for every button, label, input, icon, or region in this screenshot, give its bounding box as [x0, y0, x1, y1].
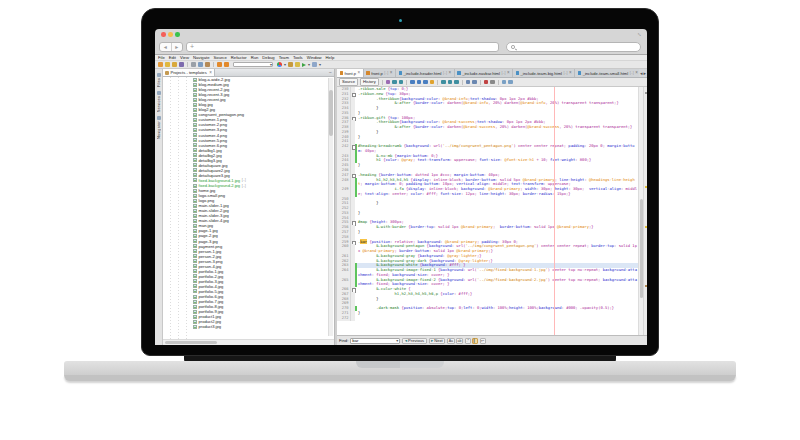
close-icon[interactable]: × — [209, 71, 212, 75]
regex-toggle[interactable]: .* — [465, 338, 471, 344]
fold-marker[interactable] — [351, 278, 355, 288]
tab-_include-header.html[interactable]: _include-header.html[..]× — [396, 69, 455, 77]
chevron-down-icon[interactable]: ▾ — [308, 62, 310, 67]
find-next-icon[interactable] — [423, 80, 428, 85]
tab-front.p[interactable]: front.p× — [337, 69, 364, 77]
tree-item-product3.jpg[interactable]: product3.jpg — [163, 324, 334, 329]
tab-projects[interactable]: Projects - templates × — [163, 69, 215, 76]
fold-marker[interactable] — [351, 144, 355, 154]
macro-start-icon[interactable] — [484, 80, 489, 85]
save-all-icon[interactable] — [179, 62, 184, 67]
fold-marker[interactable] — [351, 187, 355, 197]
scrollbar-thumb[interactable] — [165, 341, 217, 344]
previous-bookmark-icon[interactable] — [441, 80, 446, 85]
chevron-down-icon[interactable]: ▾ — [319, 62, 321, 67]
find-next-button[interactable]: ▸ Next — [429, 338, 446, 344]
chrome-browser-icon[interactable] — [277, 62, 282, 67]
menu-item-source[interactable]: Source — [214, 55, 227, 60]
scroll-tabs-right-icon[interactable]: ▸ — [643, 70, 646, 76]
menu-item-file[interactable]: File — [158, 55, 165, 60]
toggle-bookmark-icon[interactable] — [454, 80, 459, 85]
chevron-down-icon[interactable]: ▾ — [284, 62, 286, 67]
fold-marker[interactable] — [351, 268, 355, 278]
find-previous-icon[interactable] — [417, 80, 422, 85]
forward-icon[interactable] — [399, 80, 404, 85]
tab-_include-team-small.html[interactable]: _include-team-small.html[..]× — [575, 69, 641, 77]
profile-icon[interactable] — [312, 62, 317, 67]
close-icon[interactable]: × — [635, 71, 638, 75]
whole-words-toggle[interactable]: ab — [456, 338, 463, 344]
close-icon[interactable]: × — [569, 71, 572, 75]
address-bar[interactable]: + — [186, 42, 499, 52]
cut-icon[interactable] — [191, 62, 196, 67]
menu-item-help[interactable]: Help — [326, 55, 335, 60]
search-input[interactable] — [506, 42, 641, 52]
macro-stop-icon[interactable] — [490, 80, 495, 85]
tree-vertical-scrollbar[interactable] — [328, 78, 333, 336]
code-line-272[interactable]: 272 — [337, 316, 647, 321]
fold-marker[interactable] — [351, 244, 355, 254]
shift-right-icon[interactable] — [472, 80, 477, 85]
toolbar-combobox[interactable]: ▾ — [233, 62, 273, 68]
forward-icon[interactable]: ▸ — [172, 43, 183, 51]
paste-icon[interactable] — [205, 62, 210, 67]
dock-item-services[interactable]: Services — [155, 89, 162, 112]
fold-marker[interactable] — [351, 178, 355, 188]
plus-icon[interactable]: + — [190, 43, 194, 51]
highlight-results-toggle[interactable]: ▎ — [472, 338, 478, 344]
new-project-icon[interactable] — [165, 62, 170, 67]
close-window-button[interactable] — [161, 32, 166, 37]
new-file-icon[interactable] — [158, 62, 163, 67]
tab-_include-team-big.html[interactable]: _include-team-big.html[..]× — [513, 69, 575, 77]
clean-build-icon[interactable] — [295, 62, 300, 67]
close-icon[interactable]: × — [390, 71, 393, 75]
find-previous-button[interactable]: ◂ Previous — [402, 338, 426, 344]
menu-item-view[interactable]: View — [180, 55, 189, 60]
close-icon[interactable]: × — [449, 71, 452, 75]
last-edit-icon[interactable] — [386, 80, 391, 85]
minimize-panel-button[interactable]: − — [329, 69, 334, 76]
highlight-icon[interactable] — [430, 80, 435, 85]
menu-item-refactor[interactable]: Refactor — [231, 55, 247, 60]
next-bookmark-icon[interactable] — [448, 80, 453, 85]
find-selection-icon[interactable] — [410, 80, 415, 85]
back-icon[interactable]: ◂ — [160, 43, 172, 51]
scroll-tabs-left-icon[interactable]: ◂ — [640, 70, 643, 76]
match-case-toggle[interactable]: Aa — [447, 338, 454, 344]
redo-icon[interactable] — [224, 62, 229, 67]
close-icon[interactable]: × — [507, 71, 510, 75]
code-editor[interactable]: 230.ribbon.sale {top: 0;}231.ribbon.new … — [337, 87, 647, 335]
source-view-button[interactable]: Source — [339, 78, 358, 86]
zoom-window-button[interactable] — [175, 32, 180, 37]
chevron-down-icon[interactable]: ▾ — [396, 339, 398, 343]
error-stripe[interactable] — [643, 87, 647, 335]
scrollbar-thumb[interactable] — [329, 90, 333, 136]
tab-_include-navbar.html[interactable]: _include-navbar.html[..]× — [455, 69, 513, 77]
back-forward-buttons[interactable]: ◂ ▸ — [159, 42, 183, 52]
close-icon[interactable]: × — [358, 71, 361, 75]
menu-item-navigate[interactable]: Navigate — [193, 55, 210, 60]
open-project-icon[interactable] — [172, 62, 177, 67]
menu-item-run[interactable]: Run — [251, 55, 259, 60]
run-icon[interactable] — [302, 63, 306, 67]
minimize-window-button[interactable] — [168, 32, 173, 37]
history-view-button[interactable]: History — [360, 78, 379, 86]
wrap-around-toggle[interactable]: ↩ — [480, 338, 486, 344]
menu-item-debug[interactable]: Debug — [262, 55, 274, 60]
find-input[interactable]: bar ▾ — [350, 338, 400, 344]
back-icon[interactable] — [392, 80, 397, 85]
menu-item-window[interactable]: Window — [307, 55, 322, 60]
fold-marker[interactable] — [351, 316, 355, 321]
undo-icon[interactable] — [217, 62, 222, 67]
menu-item-edit[interactable]: Edit — [169, 55, 176, 60]
comment-icon[interactable] — [502, 80, 507, 85]
menu-item-team[interactable]: Team — [279, 55, 289, 60]
menu-item-tools[interactable]: Tools — [293, 55, 303, 60]
code-line-249[interactable]: 249 i.fa {display: inline-block; backgro… — [337, 187, 647, 197]
dock-item-navigator[interactable]: Navigator — [155, 114, 162, 139]
uncomment-icon[interactable] — [508, 80, 513, 85]
resize-icon[interactable]: ↔ — [635, 29, 645, 39]
build-icon[interactable] — [288, 62, 293, 67]
tree-horizontal-scrollbar[interactable] — [163, 339, 334, 345]
shift-left-icon[interactable] — [466, 80, 471, 85]
